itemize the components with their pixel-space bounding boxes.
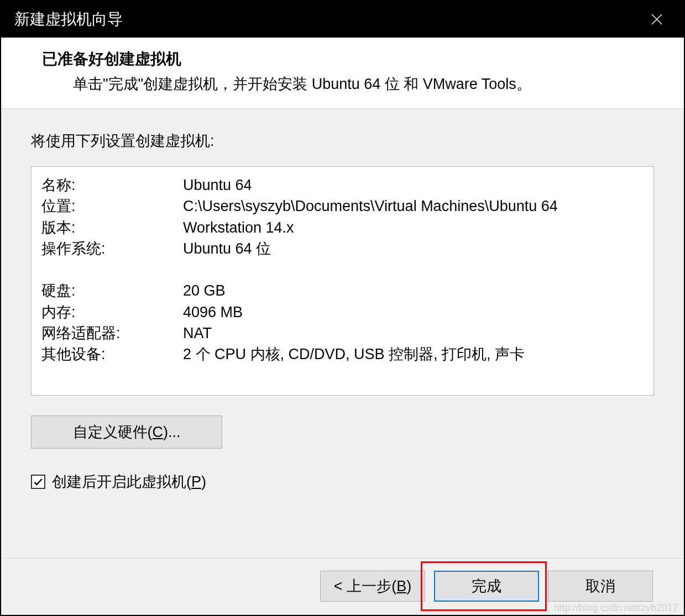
- header-subtitle: 单击"完成"创建虚拟机，并开始安装 Ubuntu 64 位 和 VMware T…: [1, 70, 684, 94]
- header-area: 已准备好创建虚拟机 单击"完成"创建虚拟机，并开始安装 Ubuntu 64 位 …: [1, 38, 684, 109]
- btn-mnemonic: B: [396, 578, 406, 594]
- setting-label: 内存:: [41, 302, 183, 323]
- wizard-window: 新建虚拟机向导 已准备好创建虚拟机 单击"完成"创建虚拟机，并开始安装 Ubun…: [0, 0, 685, 616]
- titlebar: 新建虚拟机向导: [1, 1, 684, 38]
- header-title: 已准备好创建虚拟机: [1, 49, 684, 70]
- customize-hardware-button[interactable]: 自定义硬件(C)...: [31, 415, 222, 449]
- poweron-checkbox[interactable]: [31, 475, 45, 489]
- btn-mnemonic: C: [153, 424, 164, 440]
- setting-value: Ubuntu 64: [183, 175, 644, 196]
- label-mnemonic: P: [191, 473, 201, 490]
- label-text: ): [201, 473, 206, 490]
- finish-button[interactable]: 完成: [434, 571, 539, 602]
- setting-value: C:\Users\syszyb\Documents\Virtual Machin…: [183, 196, 644, 217]
- watermark: http://blog.csdn.net/zyb2017: [554, 602, 678, 614]
- close-icon: [650, 13, 663, 26]
- setting-value: Ubuntu 64 位: [183, 238, 644, 259]
- label-text: 创建后开启此虚拟机(: [52, 473, 191, 490]
- setting-value: 2 个 CPU 内核, CD/DVD, USB 控制器, 打印机, 声卡: [183, 344, 644, 365]
- setting-label: 其他设备:: [41, 344, 183, 365]
- setting-value: 4096 MB: [183, 302, 644, 323]
- setting-row-memory: 内存: 4096 MB: [41, 302, 644, 323]
- setting-label: 网络适配器:: [41, 323, 183, 344]
- setting-value: Workstation 14.x: [183, 217, 644, 238]
- intro-text: 将使用下列设置创建虚拟机:: [31, 131, 654, 151]
- btn-text: 自定义硬件(: [73, 424, 153, 440]
- poweron-checkbox-label[interactable]: 创建后开启此虚拟机(P): [52, 472, 206, 492]
- setting-label: 名称:: [41, 175, 183, 196]
- poweron-checkbox-row: 创建后开启此虚拟机(P): [31, 472, 654, 492]
- back-button[interactable]: < 上一步(B): [320, 571, 425, 602]
- setting-label: 操作系统:: [41, 238, 183, 259]
- setting-row-version: 版本: Workstation 14.x: [41, 217, 644, 238]
- btn-text: )...: [163, 424, 181, 440]
- setting-row-os: 操作系统: Ubuntu 64 位: [41, 238, 644, 259]
- setting-label: 位置:: [41, 196, 183, 217]
- close-button[interactable]: [643, 6, 671, 33]
- setting-value: NAT: [183, 323, 644, 344]
- setting-label: 硬盘:: [41, 280, 183, 301]
- btn-text: < 上一步(: [334, 578, 396, 594]
- footer-area: < 上一步(B) 完成 取消 http://blog.csdn.net/zyb2…: [1, 558, 684, 615]
- window-title: 新建虚拟机向导: [14, 9, 123, 30]
- check-icon: [33, 476, 44, 487]
- setting-row-disk: 硬盘: 20 GB: [41, 280, 644, 301]
- settings-summary-box: 名称: Ubuntu 64 位置: C:\Users\syszyb\Docume…: [31, 166, 654, 396]
- setting-value: 20 GB: [183, 280, 644, 301]
- cancel-button[interactable]: 取消: [548, 571, 653, 602]
- setting-row-name: 名称: Ubuntu 64: [41, 175, 644, 196]
- setting-label: 版本:: [41, 217, 183, 238]
- setting-row-other: 其他设备: 2 个 CPU 内核, CD/DVD, USB 控制器, 打印机, …: [41, 344, 644, 365]
- content-area: 将使用下列设置创建虚拟机: 名称: Ubuntu 64 位置: C:\Users…: [1, 109, 684, 558]
- setting-row-network: 网络适配器: NAT: [41, 323, 644, 344]
- btn-text: ): [406, 578, 411, 594]
- setting-row-location: 位置: C:\Users\syszyb\Documents\Virtual Ma…: [41, 196, 644, 217]
